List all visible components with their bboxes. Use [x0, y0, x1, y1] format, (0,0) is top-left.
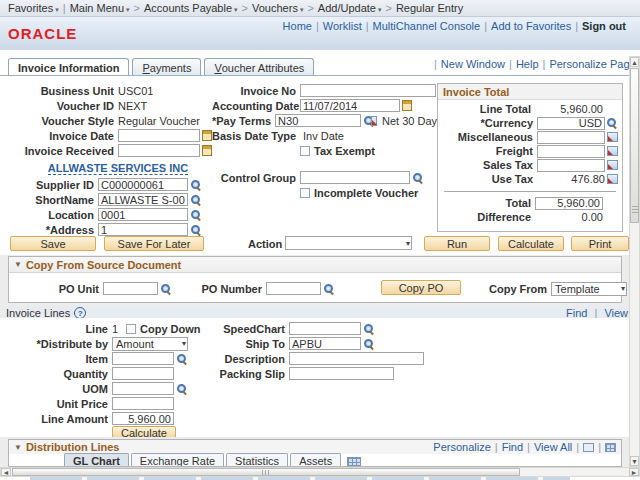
basis-date-type-value: Inv Date — [303, 130, 344, 142]
tab-voucher-attributes[interactable]: Voucher Attributes — [204, 58, 314, 76]
currency-lookup-icon[interactable] — [606, 117, 618, 129]
scroll-right-arrow-icon[interactable]: ► — [629, 468, 639, 476]
tax-exempt-checkbox[interactable] — [300, 146, 310, 156]
download-grid-icon[interactable] — [605, 443, 616, 452]
calendar-icon[interactable] — [402, 100, 412, 111]
ship-to-lookup-icon[interactable] — [363, 338, 375, 350]
new-window-link[interactable]: New Window — [441, 58, 505, 70]
help-link[interactable]: Help — [516, 58, 539, 70]
tab-invoice-information[interactable]: Invoice Information — [8, 58, 129, 76]
pay-terms-detail-icon[interactable] — [371, 116, 377, 126]
po-unit-lookup-icon[interactable] — [160, 283, 172, 295]
collapse-section-icon[interactable]: ▼ — [14, 260, 22, 269]
save-for-later-button[interactable]: Save For Later — [104, 236, 204, 251]
distribute-by-select[interactable]: Amount▾ — [112, 337, 188, 351]
distribution-find-link[interactable]: Find — [502, 441, 523, 453]
po-number-input[interactable] — [266, 282, 321, 295]
miscellaneous-input[interactable] — [537, 131, 605, 144]
breadcrumb-accounts-payable[interactable]: Accounts Payable▾ — [144, 2, 238, 14]
collapse-section-icon[interactable]: ▼ — [14, 443, 22, 452]
total-input[interactable] — [535, 197, 603, 210]
address-input[interactable] — [98, 223, 188, 236]
speedchart-lookup-icon[interactable] — [363, 323, 375, 335]
show-all-columns-icon[interactable] — [347, 457, 361, 466]
multichannel-console-link[interactable]: MultiChannel Console — [373, 20, 481, 32]
copy-down-checkbox[interactable] — [126, 324, 136, 334]
vertical-scrollbar-thumb[interactable] — [630, 68, 639, 223]
miscellaneous-detail-icon[interactable] — [607, 132, 618, 142]
scroll-up-arrow-icon[interactable]: ▲ — [630, 57, 639, 67]
grid-tab-statistics[interactable]: Statistics — [226, 453, 288, 467]
item-input[interactable] — [112, 352, 174, 365]
line-amount-input[interactable] — [112, 412, 174, 425]
sales-tax-input[interactable] — [537, 159, 605, 172]
accounting-date-input[interactable] — [300, 99, 400, 112]
breadcrumb-vouchers[interactable]: Vouchers▾ — [252, 2, 303, 14]
invoice-no-input[interactable] — [300, 84, 436, 97]
description-input[interactable] — [289, 352, 424, 365]
po-unit-input[interactable] — [103, 282, 158, 295]
nav-favorites[interactable]: Favorites▾ — [8, 2, 59, 14]
pay-terms-input[interactable] — [275, 114, 361, 127]
supplier-name-link[interactable]: ALLWASTE SERVICES INC — [48, 162, 188, 175]
incomplete-voucher-checkbox[interactable] — [300, 188, 310, 198]
uom-input[interactable] — [112, 382, 174, 395]
address-lookup-icon[interactable] — [190, 224, 202, 236]
calendar-icon[interactable] — [202, 130, 212, 141]
worklist-link[interactable]: Worklist — [323, 20, 362, 32]
invoice-date-input[interactable] — [118, 129, 200, 142]
freight-input[interactable] — [537, 145, 605, 158]
control-group-input[interactable] — [300, 171, 410, 184]
shortname-input[interactable] — [98, 193, 188, 206]
distribution-view-all-link[interactable]: View All — [534, 441, 572, 453]
home-link[interactable]: Home — [283, 20, 312, 32]
calculate-button[interactable]: Calculate — [498, 236, 564, 251]
speedchart-input[interactable] — [289, 322, 361, 335]
nav-main-menu[interactable]: Main Menu▾ — [70, 2, 130, 14]
location-input[interactable] — [98, 208, 188, 221]
sales-tax-detail-icon[interactable] — [607, 160, 618, 170]
run-button[interactable]: Run — [424, 236, 490, 251]
uom-lookup-icon[interactable] — [176, 383, 188, 395]
link-separator: | — [491, 441, 502, 453]
banner: ORACLE Home | Worklist | MultiChannel Co… — [0, 17, 640, 50]
quantity-input[interactable] — [112, 367, 174, 380]
use-tax-detail-icon[interactable] — [607, 174, 618, 184]
breadcrumb-add-update[interactable]: Add/Update▾ — [318, 2, 382, 14]
grid-tab-gl-chart[interactable]: GL Chart — [64, 453, 129, 467]
sign-out-link[interactable]: Sign out — [582, 20, 626, 32]
currency-input[interactable] — [537, 117, 605, 130]
grid-tab-assets[interactable]: Assets — [290, 453, 341, 467]
print-button[interactable]: Print — [571, 236, 629, 251]
vertical-scrollbar[interactable]: ▲ ▼ — [629, 56, 640, 467]
copy-from-select[interactable]: Template▾ — [551, 282, 627, 296]
supplier-id-lookup-icon[interactable] — [190, 179, 202, 191]
invoice-received-input[interactable] — [118, 144, 200, 157]
tax-exempt-label: Tax Exempt — [310, 145, 379, 157]
horizontal-scrollbar[interactable]: ◄ ► — [0, 467, 640, 477]
scroll-down-arrow-icon[interactable]: ▼ — [630, 456, 639, 466]
calendar-icon[interactable] — [202, 145, 212, 156]
control-group-lookup-icon[interactable] — [412, 172, 424, 184]
grid-tab-exchange-rate[interactable]: Exchange Rate — [131, 453, 224, 467]
location-lookup-icon[interactable] — [190, 209, 202, 221]
personalize-page-link[interactable]: Personalize Page — [549, 58, 635, 70]
packing-slip-input[interactable] — [289, 367, 394, 380]
unit-price-input[interactable] — [112, 397, 174, 410]
shortname-lookup-icon[interactable] — [190, 194, 202, 206]
scroll-left-arrow-icon[interactable]: ◄ — [1, 468, 11, 476]
po-number-lookup-icon[interactable] — [323, 283, 335, 295]
freight-detail-icon[interactable] — [607, 146, 618, 156]
tab-payments[interactable]: Payments — [132, 58, 201, 76]
pay-terms-lookup-icon[interactable] — [363, 115, 369, 127]
item-lookup-icon[interactable] — [176, 353, 188, 365]
ship-to-input[interactable] — [289, 337, 361, 350]
horizontal-scrollbar-thumb[interactable] — [12, 468, 520, 476]
distribution-personalize-link[interactable]: Personalize — [433, 441, 490, 453]
zoom-popup-icon[interactable] — [583, 443, 594, 452]
copy-po-button[interactable]: Copy PO — [381, 280, 461, 295]
supplier-id-input[interactable] — [98, 178, 188, 191]
add-to-favorites-link[interactable]: Add to Favorites — [491, 20, 571, 32]
save-button[interactable]: Save — [10, 236, 96, 251]
action-select[interactable]: ▾ — [285, 236, 412, 250]
